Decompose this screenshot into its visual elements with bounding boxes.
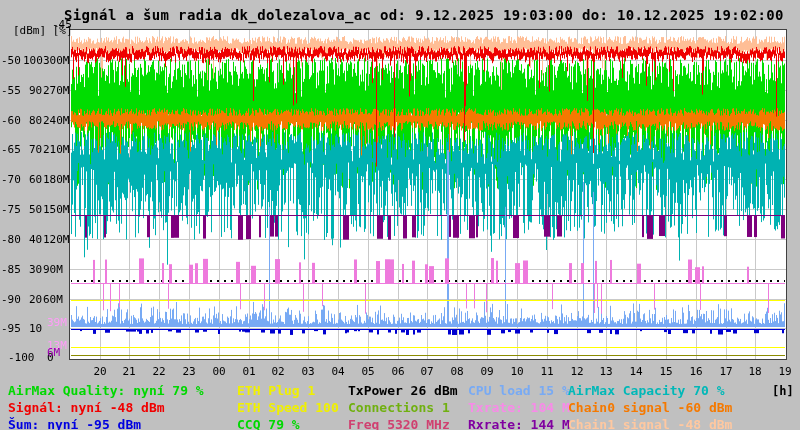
y-tick-dbm: -90 [1,294,21,305]
y-tick-rate: 210M [43,144,70,155]
y-tick-dbm: -95 [1,323,21,334]
y-tick-dbm: -80 [1,234,21,245]
legend-item: Txrate: 104 M [468,401,570,414]
y-tick-rate: 60M [43,294,63,305]
x-tick-hour: 19 [778,366,791,377]
x-tick-hour: 04 [331,366,344,377]
x-tick-hour: 17 [719,366,732,377]
x-tick-hour: 01 [242,366,255,377]
y-tick-dbm: -50 [1,55,21,66]
x-tick-hour: 03 [301,366,314,377]
y-tick-rate: 240M [43,115,70,126]
x-tick-hour: 13 [599,366,612,377]
legend-item: AirMax Quality: nyní 79 % [8,384,204,397]
x-tick-hour: 00 [212,366,225,377]
y-tick-rate: 300M [43,55,70,66]
legend-item: AirMax Capacity 70 % [568,384,725,397]
y-tick-rate: 270M [43,85,70,96]
y-tick-rate-marker: 6M [47,347,60,358]
graph-title: Signál a šum radia dk_dolezalova_ac od: … [64,7,784,23]
y-tick-pct: 40 [29,234,42,245]
y-tick-rate: 120M [43,234,70,245]
y-tick-pct: 50 [29,204,42,215]
x-tick-hour: 14 [629,366,642,377]
y-tick-rate-marker: 39M [47,317,67,328]
x-axis-unit-label: [h] [772,384,794,398]
y-tick-rate: 180M [43,174,70,185]
rrd-graph-page: Signál a šum radia dk_dolezalova_ac od: … [0,0,800,430]
legend-item: CCQ 79 % [237,418,300,430]
y-tick-pct: 80 [29,115,42,126]
y-tick-dbm: -65 [1,144,21,155]
x-tick-hour: 12 [570,366,583,377]
legend-item: Chain0 signal -60 dBm [568,401,732,414]
legend-item: Chain1 signal -48 dBm [568,418,732,430]
legend-item: ETH Plug 1 [237,384,315,397]
y-tick-pct: 60 [29,174,42,185]
y-tick-pct: 100 [23,55,43,66]
y-tick-dbm: -75 [1,204,21,215]
x-tick-hour: 02 [271,366,284,377]
x-tick-hour: 21 [122,366,135,377]
x-tick-hour: 23 [182,366,195,377]
legend-item: Šum: nyní -95 dBm [8,418,141,430]
x-tick-hour: 05 [361,366,374,377]
x-tick-hour: 18 [748,366,761,377]
x-tick-hour: 22 [152,366,165,377]
y-tick-dbm: -100 [8,352,35,363]
y-tick-pct: 10 [29,323,42,334]
y-tick-rate: 90M [43,264,63,275]
x-tick-hour: 16 [689,366,702,377]
x-tick-hour: 10 [510,366,523,377]
legend-item: Freq 5320 MHz [348,418,450,430]
y-axis-units-label: [dBm] [%] [13,24,73,37]
y-tick-dbm: -60 [1,115,21,126]
legend-item: Rxrate: 144 M [468,418,570,430]
x-tick-hour: 08 [450,366,463,377]
x-tick-hour: 11 [540,366,553,377]
y-tick-dbm: -85 [1,264,21,275]
y-tick-pct: 20 [29,294,42,305]
y-tick-pct: 90 [29,85,42,96]
y-tick-dbm: -55 [1,85,21,96]
legend-item: Connections 1 [348,401,450,414]
x-tick-hour: 09 [480,366,493,377]
y-tick-pct: 70 [29,144,42,155]
x-tick-hour: 20 [93,366,106,377]
legend-item: Signál: nyní -48 dBm [8,401,165,414]
y-tick-rate: 150M [43,204,70,215]
y-tick-pct: 30 [29,264,42,275]
legend-item: CPU load 15 % [468,384,570,397]
x-tick-hour: 06 [391,366,404,377]
legend-item: ETH Speed 100 [237,401,339,414]
y-tick-dbm: -70 [1,174,21,185]
x-tick-hour: 07 [420,366,433,377]
legend-item: TxPower 26 dBm [348,384,458,397]
x-tick-hour: 15 [659,366,672,377]
